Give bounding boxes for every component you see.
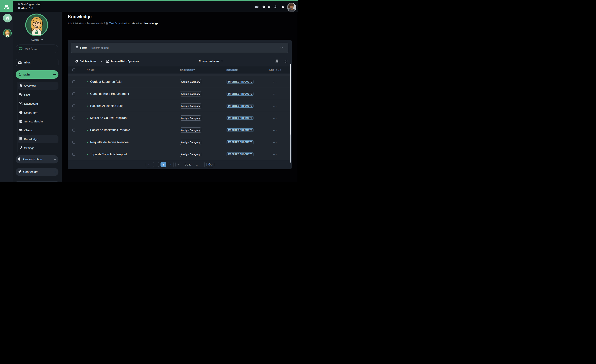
svg-text:A: A xyxy=(255,6,257,8)
svg-text:?: ? xyxy=(20,111,21,114)
